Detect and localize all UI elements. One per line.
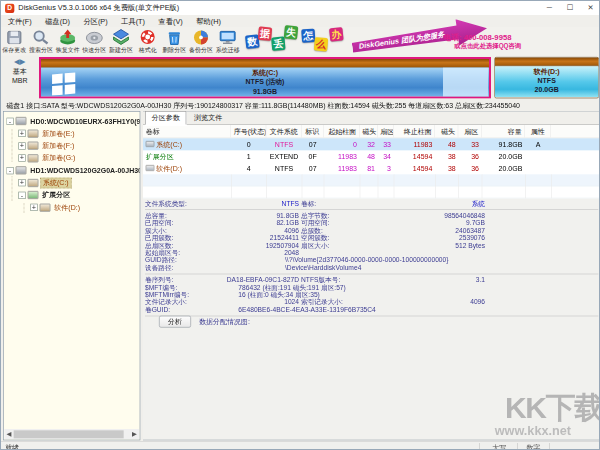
toolbar-button-migrate[interactable]: 系统迁移 — [214, 27, 241, 56]
collapse-icon[interactable]: - — [6, 117, 13, 124]
column-header-10[interactable]: 容量 — [482, 125, 525, 138]
column-header-0[interactable]: 卷标 — [143, 125, 231, 138]
tree-item-新加卷(G:)[interactable]: +新加卷(G:) — [18, 152, 77, 164]
expand-icon[interactable]: + — [18, 154, 25, 161]
expand-icon[interactable]: + — [18, 130, 25, 137]
partition-d-block[interactable]: 软件(D:) NTFS 20.0GB — [494, 57, 599, 98]
toolbar-button-save[interactable]: 保存更改 — [1, 27, 28, 56]
cell-es: 33 — [458, 138, 481, 150]
column-header-4[interactable]: 起始柱面 — [324, 125, 360, 138]
tree-item-新加卷(F:)[interactable]: +新加卷(F:) — [18, 140, 76, 152]
vol-icon — [28, 142, 39, 150]
ad-tile-1[interactable]: 据 — [258, 26, 272, 40]
tree-item-HD1:WDCWDS120G2G0A-00JH30(11[interactable]: -HD1:WDCWDS120G2G0A-00JH30(11 — [6, 164, 140, 176]
detail-label: $MFT编号: — [145, 284, 178, 291]
menu-item-0[interactable]: 文件(F) — [1, 16, 38, 26]
detail-label: 总字节数: — [301, 212, 330, 219]
detail-row: $MFT编号:786432 (柱面:191 磁头:191 扇区:57) — [143, 284, 600, 291]
backup-icon — [192, 28, 211, 45]
detail-value: \\?\Volume{2d377046-0000-0000-0000-10000… — [285, 257, 448, 264]
watermark-title: KK下载 — [495, 392, 600, 424]
menu-item-3[interactable]: 工具(T) — [114, 16, 151, 26]
tree-label: 系统(C:) — [40, 177, 71, 188]
cell-fs: NTFS — [266, 138, 301, 150]
cell-id: 0F — [302, 150, 324, 162]
cell-sc: 0 — [324, 138, 360, 150]
toolbar-button-new[interactable]: 新建分区 — [108, 27, 135, 56]
menu-item-5[interactable]: 帮助(H) — [189, 16, 227, 26]
ad-tile-2[interactable]: 丢 — [271, 36, 285, 50]
collapse-icon[interactable]: - — [6, 167, 13, 174]
toolbar-button-recover[interactable]: 恢复文件 — [54, 27, 81, 56]
column-header-8[interactable]: 磁头 — [435, 125, 458, 138]
tree-item-扩展分区[interactable]: -扩展分区 — [18, 189, 72, 201]
detail-row: 已用簇数:21524411空闲簇数:2539076 — [143, 234, 600, 241]
detail-row: 文件记录大小:1024索引记录大小:4096 — [143, 299, 600, 306]
tree-label: 新加卷(G:) — [40, 153, 77, 162]
ad-tile-3[interactable]: 失 — [284, 25, 299, 40]
ad-phone-sub[interactable]: 或点击此处选择QQ咨询 — [454, 42, 521, 51]
tab-partition-params[interactable]: 分区参数 — [145, 111, 186, 125]
toolbar-button-delete[interactable]: 删除分区 — [161, 27, 188, 56]
ad-tile-4[interactable]: 怎 — [301, 29, 315, 43]
tree-item-HD0:WDCWD10EURX-63FH1Y0(932G[interactable]: -HD0:WDCWD10EURX-63FH1Y0(932G — [6, 115, 140, 127]
windows-logo-icon — [51, 70, 76, 95]
partition-c-name: 系统(C:) — [41, 68, 489, 77]
menu-item-1[interactable]: 磁盘(D) — [38, 16, 76, 26]
detail-label: 设备路径: — [145, 264, 174, 271]
detail-row: 总容量:91.8GB总字节数:98564046848 — [143, 212, 600, 219]
detail-row: GUID路径:\\?\Volume{2d377046-0000-0000-000… — [143, 257, 600, 264]
detail-value: 2539076 — [343, 234, 485, 241]
table-row[interactable]: 扩展分区1EXTEND0F11983483414594383620.0GB — [143, 150, 600, 162]
toolbar-button-quick[interactable]: 快速分区 — [81, 27, 108, 56]
tree-hscrollbar[interactable]: ◀ ▶ — [4, 429, 139, 439]
collapse-icon[interactable]: - — [18, 191, 25, 198]
column-header-2[interactable]: 文件系统 — [266, 125, 301, 138]
toolbar-label: 新建分区 — [109, 46, 133, 54]
cell-no: 1 — [231, 150, 266, 162]
scroll-thumb[interactable] — [14, 430, 124, 438]
expand-icon[interactable]: + — [18, 142, 25, 149]
ad-tile-5[interactable]: 么 — [314, 37, 328, 51]
detail-value: 1024 — [143, 299, 299, 306]
toolbar-button-backup[interactable]: 备份分区 — [188, 27, 215, 56]
detail-value: 4096 — [143, 227, 299, 234]
partition-c-block[interactable]: 系统(C:) NTFS (活动) 91.8GB — [39, 57, 491, 98]
column-header-5[interactable]: 磁头 — [360, 125, 378, 138]
cell-id: 07 — [302, 138, 324, 150]
menu-item-4[interactable]: 查看(V) — [152, 16, 190, 26]
toolbar-button-format[interactable]: 格式化 — [134, 27, 161, 56]
column-header-7[interactable]: 终止柱面 — [394, 125, 435, 138]
column-header-1[interactable]: 序号(状态) — [231, 125, 266, 138]
tree-item-系统(C:)[interactable]: +系统(C:) — [18, 177, 71, 189]
detail-row: 已用空间:82.1GB可用空间:9.7GB — [143, 219, 600, 226]
column-header-6[interactable]: 扇区 — [378, 125, 394, 138]
table-row[interactable]: 系统(C:)0NTFS070323311983483391.8GBA — [143, 138, 600, 150]
expand-icon[interactable]: + — [30, 204, 37, 211]
minimize-button[interactable]: ─ — [539, 1, 560, 15]
scroll-right-arrow[interactable]: ▶ — [130, 429, 139, 439]
quick-icon — [85, 28, 104, 45]
menu-item-2[interactable]: 分区(P) — [77, 16, 115, 26]
column-header-3[interactable]: 标识 — [302, 125, 324, 138]
cell-ec: 11983 — [394, 138, 435, 150]
column-header-9[interactable]: 扇区 — [458, 125, 481, 138]
expand-icon[interactable]: + — [18, 179, 25, 186]
detail-value: 16 (柱面:0 磁头:34 扇区:35) — [238, 291, 320, 298]
ad-tile-6[interactable]: 办 — [329, 27, 344, 42]
next-disk-arrow[interactable]: ▶ — [20, 58, 26, 66]
cell-no: 4 — [231, 162, 266, 174]
tab-browse-files[interactable]: 浏览文件 — [188, 112, 228, 125]
scroll-left-arrow[interactable]: ◀ — [4, 429, 13, 439]
tree-item-软件(D:)[interactable]: +软件(D:) — [30, 201, 82, 213]
cell-label: 软件(D:) — [143, 162, 231, 174]
analyze-button[interactable]: 分析 — [159, 316, 191, 328]
table-row[interactable]: 软件(D:)4NTFS071198381314594383620.0GB — [143, 162, 600, 174]
toolbar-button-search[interactable]: 搜索分区 — [28, 27, 55, 56]
tree-item-新加卷(E:)[interactable]: +新加卷(E:) — [18, 127, 76, 139]
close-button[interactable]: ✕ — [580, 1, 600, 15]
column-header-11[interactable]: 属性 — [525, 125, 551, 138]
partition-d-name: 软件(D:) — [495, 66, 598, 75]
maximize-button[interactable]: ☐ — [560, 1, 581, 15]
detail-row: 簇大小:4096总簇数:24063487 — [143, 227, 600, 234]
